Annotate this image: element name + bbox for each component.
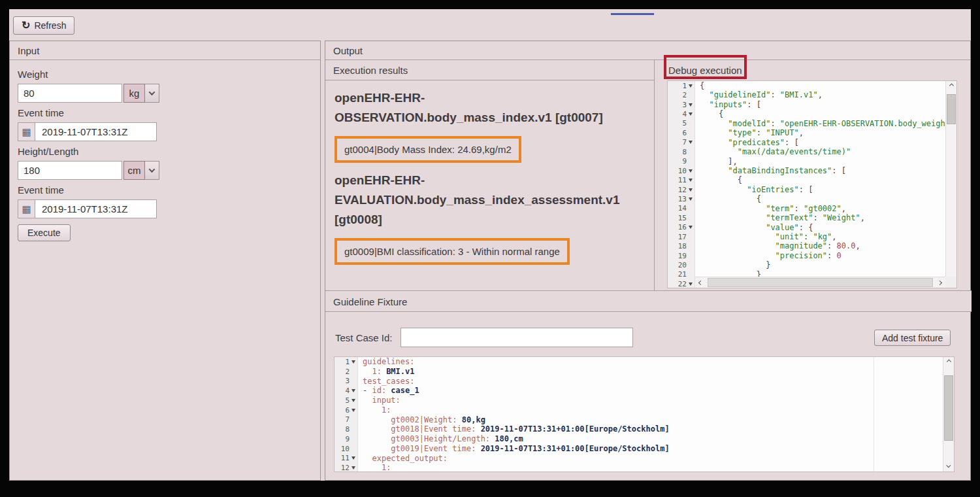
input-form: Weight kg Event time ▦ Height/Length xyxy=(10,60,320,249)
execution-results-section: Execution results openEHR-EHR-OBSERVATIO… xyxy=(325,60,655,291)
calendar-button[interactable]: ▦ xyxy=(18,122,35,141)
input-panel: Input Weight kg Event time ▦ xyxy=(9,41,321,481)
fold-arrow-icon[interactable] xyxy=(689,226,693,229)
test-case-id-label: Test Case Id: xyxy=(335,332,393,343)
height-unit-button[interactable]: cm xyxy=(123,161,145,180)
refresh-button[interactable]: ↻ Refresh xyxy=(13,16,74,35)
app-screen: ↻ Refresh Input Weight kg Event time ▦ xyxy=(9,9,971,481)
editor-line-number: 4 xyxy=(668,109,694,118)
chevron-down-icon xyxy=(946,463,951,468)
editor-code-line: gt0003|Height/Length: 180,cm xyxy=(363,434,943,444)
scroll-left-button[interactable] xyxy=(695,277,706,288)
editor-line-number: 5 xyxy=(335,396,357,405)
height-row: cm xyxy=(18,161,312,180)
calendar-icon: ▦ xyxy=(22,126,31,138)
yaml-editor-code[interactable]: guidelines: 1: BMI.v1test_cases:- id: ca… xyxy=(358,357,943,471)
scrollbar-thumb[interactable] xyxy=(944,375,953,441)
height-label: Height/Length xyxy=(18,146,312,157)
yaml-editor-vertical-scrollbar[interactable] xyxy=(943,357,954,471)
height-unit-dropdown-button[interactable] xyxy=(145,161,159,180)
editor-line-number: 22 xyxy=(668,279,694,288)
editor-line-number: 12 xyxy=(668,185,694,194)
fold-arrow-icon[interactable] xyxy=(351,466,355,470)
result-value-annotation-orange: gt0009|BMI classification: 3 - Within no… xyxy=(335,238,570,265)
debug-json-editor[interactable]: 12345678910111213141516171819202122 { "g… xyxy=(667,80,957,288)
weight-row: kg xyxy=(18,84,312,103)
json-editor-horizontal-scrollbar[interactable] xyxy=(695,277,945,288)
editor-line-number: 21 xyxy=(668,270,694,279)
editor-line-number: 3 xyxy=(668,100,694,109)
editor-code-line: "guidelineId": "BMI.v1", xyxy=(700,90,945,99)
editor-code-line: { xyxy=(700,175,945,184)
editor-line-number: 13 xyxy=(668,194,694,203)
editor-code-line: expected_output: xyxy=(363,454,943,464)
editor-code-line: "dataBindingInstances": [ xyxy=(700,166,945,175)
editor-line-number: 20 xyxy=(668,260,694,269)
height-event-time-row: ▦ xyxy=(18,199,312,218)
fold-arrow-icon[interactable] xyxy=(689,188,693,192)
scrollbar-thumb[interactable] xyxy=(708,278,933,287)
chevron-down-icon xyxy=(149,166,155,173)
fixture-yaml-editor[interactable]: 123456789101112 guidelines: 1: BMI.v1tes… xyxy=(334,356,955,472)
editor-code-line: "type": "INPUT", xyxy=(700,128,945,137)
calendar-button[interactable]: ▦ xyxy=(18,199,35,218)
execute-button[interactable]: Execute xyxy=(18,224,71,241)
fold-arrow-icon[interactable] xyxy=(689,103,693,107)
scroll-up-button[interactable] xyxy=(946,81,957,92)
scroll-right-button[interactable] xyxy=(934,277,945,288)
editor-code-line: { xyxy=(700,81,945,90)
json-editor-vertical-scrollbar[interactable] xyxy=(945,81,956,288)
json-editor-code[interactable]: { "guidelineId": "BMI.v1", "inputs": [ {… xyxy=(695,81,945,288)
editor-line-number: 2 xyxy=(668,90,694,99)
fold-arrow-icon[interactable] xyxy=(689,112,693,116)
weight-event-time-row: ▦ xyxy=(18,122,312,141)
fold-arrow-icon[interactable] xyxy=(351,399,355,402)
editor-code-line: "inputs": [ xyxy=(700,100,945,109)
weight-event-time-input[interactable] xyxy=(35,122,157,141)
editor-line-number: 1 xyxy=(335,357,357,367)
editor-line-number: 12 xyxy=(335,463,357,472)
fold-arrow-icon[interactable] xyxy=(351,409,355,412)
fold-arrow-icon[interactable] xyxy=(351,360,355,364)
editor-line-number: 18 xyxy=(668,241,694,250)
editor-code-line: test_cases: xyxy=(363,377,943,386)
test-case-id-input[interactable] xyxy=(400,328,633,347)
chevron-up-icon xyxy=(947,360,951,364)
chevron-up-icon xyxy=(949,84,954,88)
editor-code-line: guidelines: xyxy=(363,357,943,367)
editor-line-number: 10 xyxy=(668,166,694,175)
scroll-down-button[interactable] xyxy=(943,460,955,471)
chevron-right-icon xyxy=(938,281,942,285)
calendar-icon: ▦ xyxy=(22,203,31,215)
output-panel: Output Execution results openEHR-EHR-OBS… xyxy=(325,41,971,481)
fold-arrow-icon[interactable] xyxy=(351,456,355,460)
output-panel-title: Output xyxy=(325,41,970,60)
guideline-fixture-section: Test Case Id: Add test fixture 123456789… xyxy=(325,312,970,480)
editor-line-number: 2 xyxy=(335,367,357,377)
fold-arrow-icon[interactable] xyxy=(689,179,693,182)
weight-unit-button[interactable]: kg xyxy=(123,84,145,103)
fold-arrow-icon[interactable] xyxy=(689,197,693,201)
editor-code-line: "predicates": [ xyxy=(700,138,945,147)
editor-code-line: 1: BMI.v1 xyxy=(363,367,943,377)
editor-line-number: 8 xyxy=(335,424,357,434)
scrollbar-thumb[interactable] xyxy=(947,94,956,124)
fold-arrow-icon[interactable] xyxy=(689,169,693,173)
height-event-time-input[interactable] xyxy=(35,199,157,218)
editor-line-number: 3 xyxy=(335,377,357,386)
weight-input[interactable] xyxy=(18,84,122,103)
debug-execution-section: Debug execution 123456789101112131415161… xyxy=(655,60,970,291)
scroll-up-button[interactable] xyxy=(943,357,955,368)
fold-arrow-icon[interactable] xyxy=(689,283,693,286)
fold-arrow-icon[interactable] xyxy=(351,389,355,392)
editor-code-line: { xyxy=(700,109,945,118)
editor-code-line: - id: case_1 xyxy=(363,386,943,396)
scrollbar-corner xyxy=(945,277,956,288)
input-panel-title: Input xyxy=(10,41,320,60)
fold-arrow-icon[interactable] xyxy=(689,84,693,88)
height-input[interactable] xyxy=(18,161,122,180)
editor-line-number: 9 xyxy=(668,157,694,166)
add-test-fixture-button[interactable]: Add test fixture xyxy=(874,330,951,346)
weight-unit-dropdown-button[interactable] xyxy=(145,84,159,103)
fold-arrow-icon[interactable] xyxy=(689,141,693,144)
